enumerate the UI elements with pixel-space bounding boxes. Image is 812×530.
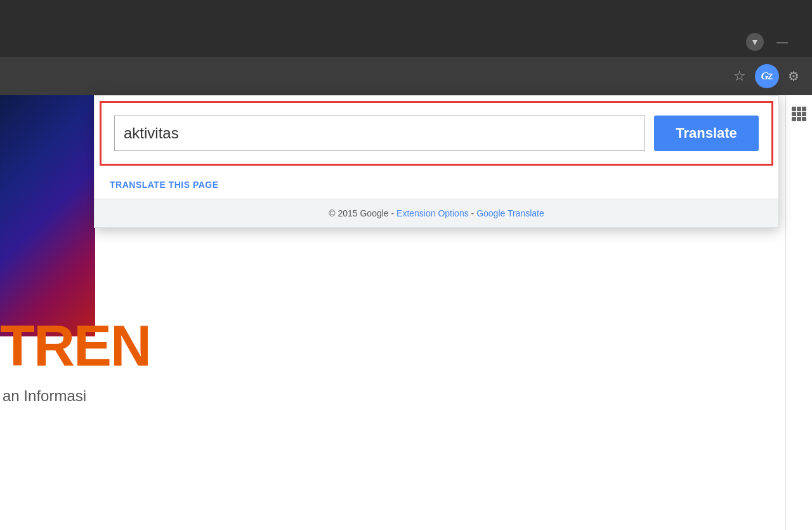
topbar-icons: ▼ — <box>746 33 793 51</box>
google-translate-extension-icon[interactable]: G Z <box>755 64 779 88</box>
chrome-addressbar: ☆ G Z ⚙ <box>0 57 812 95</box>
translate-text-input[interactable] <box>114 116 645 151</box>
footer-separator: - <box>469 208 476 218</box>
right-sidebar <box>785 95 812 530</box>
translate-button[interactable]: Translate <box>654 116 759 151</box>
translate-z-letter: Z <box>768 72 773 81</box>
chrome-topbar: ▼ — <box>0 0 812 57</box>
bookmark-icon[interactable]: ☆ <box>733 68 746 84</box>
dropdown-menu-icon[interactable]: ▼ <box>746 33 764 51</box>
website-background-content: TREN an Informasi <box>0 317 812 405</box>
tren-logo: TREN <box>0 317 812 374</box>
informasi-subtitle: an Informasi <box>0 387 812 405</box>
google-translate-popup: Translate TRANSLATE THIS PAGE © 2015 Goo… <box>94 95 779 228</box>
popup-input-area: Translate <box>100 101 773 166</box>
grid-icon-grid <box>792 107 806 121</box>
popup-footer: © 2015 Google - Extension Options - Goog… <box>95 199 778 227</box>
minimize-button[interactable]: — <box>771 36 793 49</box>
google-translate-link[interactable]: Google Translate <box>476 208 544 218</box>
extension-options-link[interactable]: Extension Options <box>396 208 469 218</box>
grid-view-icon[interactable] <box>790 104 809 123</box>
copyright-text: © 2015 Google - <box>329 208 396 218</box>
extensions-icon[interactable]: ⚙ <box>788 69 799 84</box>
background-image <box>0 95 95 336</box>
translate-this-page-link[interactable]: TRANSLATE THIS PAGE <box>95 171 778 199</box>
